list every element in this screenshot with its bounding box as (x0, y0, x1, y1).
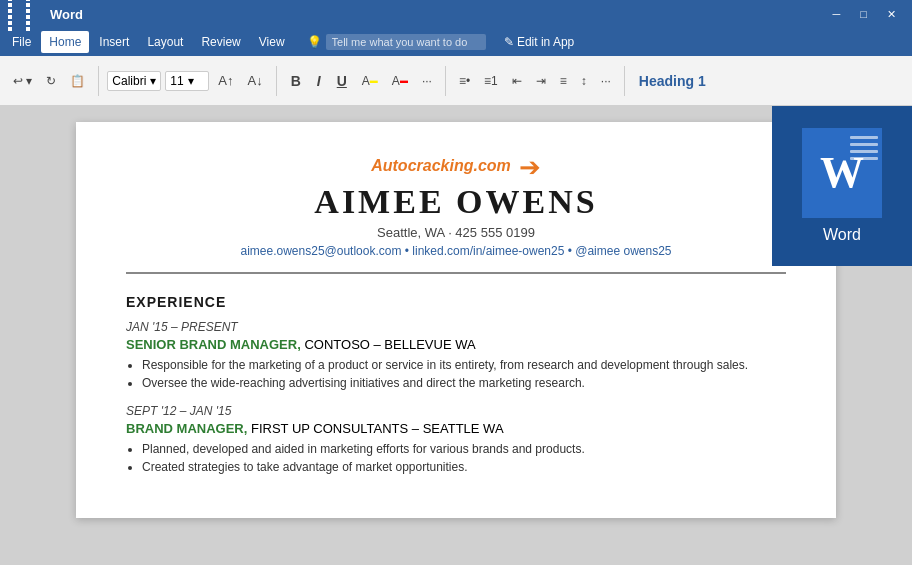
heading-style-label[interactable]: Heading 1 (633, 71, 712, 91)
job2-title: BRAND MANAGER, FIRST UP CONSULTANTS – SE… (126, 421, 786, 436)
redo-button[interactable]: ↻ (41, 71, 61, 91)
font-size-dropdown-icon: ▾ (188, 74, 194, 88)
paste-button[interactable]: 📋 (65, 71, 90, 91)
increase-font-button[interactable]: A↑ (213, 70, 238, 91)
italic-button[interactable]: I (311, 70, 327, 92)
align-button[interactable]: ≡ (555, 71, 572, 91)
app-title: Word (50, 7, 83, 22)
document-area: W Word Autocracking.com ➔ AIMEE OWENS Se… (0, 106, 912, 565)
job2-date: SEPT '12 – JAN '15 (126, 404, 786, 418)
font-size-label: 11 (170, 74, 183, 88)
highlight-button[interactable]: A ▬ (357, 71, 383, 91)
menu-view[interactable]: View (251, 31, 293, 53)
apps-icon[interactable] (8, 0, 42, 31)
font-name-label: Calibri (112, 74, 146, 88)
word-badge: W Word (772, 106, 912, 266)
window-controls: ─ □ ✕ (825, 8, 904, 21)
job1-bullet-2: Oversee the wide-reaching advertising in… (142, 376, 786, 390)
menu-review[interactable]: Review (193, 31, 248, 53)
job1-bullet-1: Responsible for the marketing of a produ… (142, 358, 786, 372)
sep1 (98, 66, 99, 96)
job1-title-bold: SENIOR BRAND MANAGER, (126, 337, 301, 352)
document-page: Autocracking.com ➔ AIMEE OWENS Seattle, … (76, 122, 836, 518)
job2-title-bold: BRAND MANAGER, (126, 421, 247, 436)
menu-file[interactable]: File (4, 31, 39, 53)
more-format-button[interactable]: ··· (417, 71, 437, 91)
resume-name: AIMEE OWENS (126, 183, 786, 221)
resume-header: Autocracking.com ➔ AIMEE OWENS Seattle, … (126, 152, 786, 274)
title-bar: Word ─ □ ✕ (0, 0, 912, 28)
outdent-button[interactable]: ⇤ (507, 71, 527, 91)
menu-insert[interactable]: Insert (91, 31, 137, 53)
font-name-select[interactable]: Calibri ▾ (107, 71, 161, 91)
job1-bullets: Responsible for the marketing of a produ… (142, 358, 786, 390)
sep4 (624, 66, 625, 96)
word-badge-lines (850, 136, 878, 160)
job1-title-rest: CONTOSO – BELLEVUE WA (304, 337, 475, 352)
job2-bullet-1: Planned, developed and aided in marketin… (142, 442, 786, 456)
font-dropdown-icon: ▾ (150, 74, 156, 88)
edit-in-app-button[interactable]: ✎ Edit in App (504, 35, 575, 49)
minimize-button[interactable]: ─ (825, 8, 849, 21)
watermark-text: Autocracking.com (371, 157, 511, 175)
undo-button[interactable]: ↩ ▾ (8, 71, 37, 91)
lightbulb-icon: 💡 (307, 35, 322, 49)
toolbar: ↩ ▾ ↻ 📋 Calibri ▾ 11 ▾ A↑ A↓ B I U A ▬ A… (0, 56, 912, 106)
menu-bar: File Home Insert Layout Review View 💡 ✎ … (0, 28, 912, 56)
job1-date: JAN '15 – PRESENT (126, 320, 786, 334)
resume-location: Seattle, WA · 425 555 0199 (126, 225, 786, 240)
job2-bullet-2: Created strategies to take advantage of … (142, 460, 786, 474)
indent-button[interactable]: ⇥ (531, 71, 551, 91)
tell-me-input[interactable] (326, 34, 486, 50)
sep3 (445, 66, 446, 96)
bullets-button[interactable]: ≡• (454, 71, 475, 91)
job2-bullets: Planned, developed and aided in marketin… (142, 442, 786, 474)
resume-contact: aimee.owens25@outlook.com • linked.com/i… (126, 244, 786, 258)
maximize-button[interactable]: □ (852, 8, 875, 21)
sep2 (276, 66, 277, 96)
more-para-button[interactable]: ··· (596, 71, 616, 91)
decrease-font-button[interactable]: A↓ (243, 70, 268, 91)
arrow-icon: ➔ (519, 152, 541, 183)
bold-button[interactable]: B (285, 70, 307, 92)
menu-layout[interactable]: Layout (139, 31, 191, 53)
font-color-button[interactable]: A ▬ (387, 71, 413, 91)
job2-title-rest: FIRST UP CONSULTANTS – SEATTLE WA (251, 421, 504, 436)
underline-button[interactable]: U (331, 70, 353, 92)
numbered-list-button[interactable]: ≡1 (479, 71, 503, 91)
section-experience-title: EXPERIENCE (126, 294, 786, 310)
line-spacing-button[interactable]: ↕ (576, 71, 592, 91)
menu-home[interactable]: Home (41, 31, 89, 53)
word-badge-icon: W (802, 128, 882, 218)
job1-title: SENIOR BRAND MANAGER, CONTOSO – BELLEVUE… (126, 337, 786, 352)
font-size-select[interactable]: 11 ▾ (165, 71, 209, 91)
tell-me-area: 💡 (307, 34, 486, 50)
word-badge-label: Word (823, 226, 861, 244)
close-button[interactable]: ✕ (879, 8, 904, 21)
